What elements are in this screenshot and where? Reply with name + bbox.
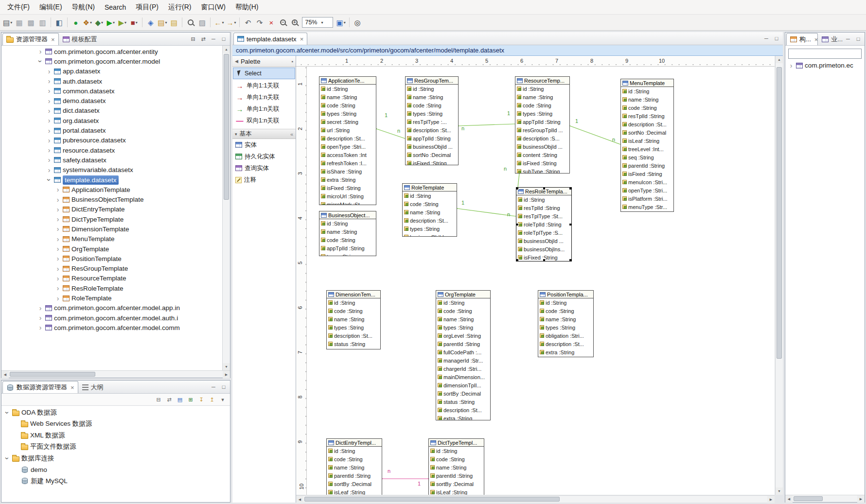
tree-item[interactable]: ›DictTypeTemplate (1, 214, 222, 224)
tree-item[interactable]: ›BusinessObjectTemplate (1, 194, 222, 204)
tree-item-xml-datasources[interactable]: ›XML 数据源 (1, 430, 222, 441)
tree-item[interactable]: ›com.primeton.gocom.afcenter.entity (1, 47, 222, 56)
expand-chevron-icon[interactable]: › (46, 156, 52, 163)
selection-handle[interactable] (569, 223, 572, 226)
expand-chevron-icon[interactable]: › (46, 87, 52, 94)
tree-item[interactable]: ›resource.datasetx (1, 145, 222, 155)
entity-field[interactable]: sortNo :Decimal (621, 128, 673, 137)
ds-collapse-all-button[interactable]: ⊟ (154, 395, 163, 404)
entity-field[interactable]: businessObjId ... (406, 142, 458, 151)
scroll-right-button[interactable]: ▶ (223, 371, 230, 378)
entity-field[interactable]: code :String (327, 455, 382, 463)
selection-handle[interactable] (516, 223, 519, 226)
entity-field[interactable]: businessObjId ... (515, 142, 569, 151)
tree-item[interactable]: ›ResGroupTemplate (1, 264, 222, 274)
editor-maximize-button[interactable]: □ (772, 34, 781, 43)
tab-business[interactable]: 业... (818, 33, 844, 45)
tree-item[interactable]: ›MenuTemplate (1, 234, 222, 244)
right-horizontal-scrollbar[interactable]: ◀ ▶ (785, 495, 865, 502)
entity-field[interactable]: code :String (406, 101, 458, 109)
entity-field[interactable]: isFixed :String (406, 159, 458, 165)
entity-field[interactable]: id :String (403, 191, 457, 200)
entity-field[interactable]: types :String (327, 323, 380, 331)
new-service-button[interactable]: ● (70, 17, 81, 28)
entity-field[interactable]: id :String (327, 447, 382, 455)
entity-field[interactable]: obligation :Stri... (538, 331, 593, 340)
palette-tool-0[interactable]: 实体 (232, 139, 296, 151)
entity-field[interactable]: types :String (319, 109, 376, 118)
entity-field[interactable]: resTplId :String (516, 204, 571, 212)
entity-field[interactable]: content :String (515, 151, 569, 159)
forward-button[interactable]: →▾ (225, 17, 237, 28)
entity-field[interactable]: appTplId :String (406, 134, 458, 142)
selection-handle[interactable] (543, 187, 546, 190)
console-button[interactable]: ◧ (53, 17, 65, 28)
tree-item[interactable]: ›RoleTemplate (1, 293, 222, 303)
ds-view-menu-button[interactable]: ▾ (218, 395, 227, 404)
menu-run[interactable]: 运行(R) (164, 1, 195, 14)
entity-field[interactable]: accessToken :Int (319, 151, 376, 159)
annotations-button[interactable]: ▨ (196, 17, 208, 28)
entity-field[interactable]: parentId :String (621, 161, 673, 170)
entity-field[interactable]: isFixed :String (621, 170, 673, 178)
tree-item[interactable]: ›com.primeton.gocom.afcenter.model.auth.… (1, 313, 222, 323)
scroll-track[interactable] (776, 63, 783, 487)
tab-datasource-explorer[interactable]: 数据源资源管理器 × (2, 381, 78, 393)
entity-field[interactable]: isFixed :String (515, 159, 569, 167)
entity-ResGroupTemplate[interactable]: ResGroupTem...id :Stringname :Stringcode… (405, 76, 459, 165)
tree-item-oda-datasources[interactable]: ›ODA 数据源 (1, 407, 222, 418)
entity-field[interactable]: status :String (436, 398, 490, 406)
entity-field[interactable]: code :String (515, 101, 569, 109)
entity-ApplicationTemplate[interactable]: ApplicationTe...id :Stringname :Stringco… (319, 76, 376, 205)
zoom-out-button[interactable]: − (277, 17, 288, 28)
entity-field[interactable]: name :String (538, 315, 593, 323)
tree-item[interactable]: ›PositionTemplate (1, 254, 222, 263)
debug-button[interactable]: ◆▾ (93, 17, 105, 28)
selection-handle[interactable] (516, 187, 519, 190)
save-button[interactable]: ▦ (14, 17, 25, 28)
palette-connection-tool-1[interactable]: →单向1:n关联 (232, 91, 296, 103)
entity-field[interactable]: name :String (327, 463, 382, 471)
menu-help[interactable]: 帮助(H) (231, 1, 263, 14)
tree-item[interactable]: ›com.primeton.gocom.afcenter.model.comm (1, 323, 222, 332)
entity-field[interactable]: code :String (327, 307, 380, 315)
entity-field[interactable]: types :String (515, 109, 569, 118)
tree-item[interactable]: ›auth.datasetx (1, 76, 222, 86)
selection-handle[interactable] (569, 187, 572, 190)
expand-chevron-icon[interactable]: › (37, 314, 43, 321)
entity-field[interactable]: roleTplId :String (516, 220, 571, 228)
component-button[interactable]: ❖▾ (82, 17, 93, 28)
ds-new-connection-button[interactable]: ⊞ (186, 395, 195, 404)
expand-chevron-icon[interactable]: › (55, 255, 61, 262)
explorer-minimize-button[interactable]: ─ (209, 35, 218, 43)
entity-field[interactable]: chargerId :Stri... (436, 365, 490, 373)
expand-chevron-icon[interactable]: › (4, 455, 11, 461)
entity-field[interactable]: name :String (436, 315, 490, 323)
tree-item[interactable]: ›systemvariable.datasetx (1, 165, 222, 175)
entity-MenuTemplate[interactable]: MenuTemplateid :Stringname :Stringcode :… (620, 79, 674, 212)
entity-field[interactable]: id :String (538, 298, 593, 307)
entity-field[interactable]: types :String (319, 252, 376, 256)
entity-field[interactable]: sortBy :Decimal (429, 480, 484, 488)
entity-field[interactable]: businessObjId ... (516, 237, 571, 245)
right-minimize-button[interactable]: ─ (844, 35, 852, 43)
entity-field[interactable]: openType :Stri... (621, 186, 673, 194)
expand-chevron-icon[interactable]: › (46, 107, 52, 114)
scroll-left-button[interactable]: ◀ (785, 495, 793, 503)
undo-button[interactable]: ↶ (242, 17, 253, 28)
expand-chevron-icon[interactable]: › (4, 410, 11, 416)
scroll-left-button[interactable]: ◀ (1, 371, 9, 378)
tab-template-datasetx[interactable]: template.datasetx × (233, 33, 307, 45)
tab-outline[interactable]: 大纲 (78, 381, 107, 393)
tree-item-flat-file-datasources[interactable]: ›平面文件数据源 (1, 441, 222, 453)
tree-item[interactable]: ›dict.datasetx (1, 106, 222, 116)
explorer-link-editor-button[interactable]: ⇄ (199, 35, 208, 43)
relationship-resource-resgroup[interactable] (459, 124, 515, 126)
entity-field[interactable]: businessObjId (403, 233, 457, 237)
tree-item[interactable]: ›DictEntryTemplate (1, 205, 222, 214)
delete-button[interactable]: × (265, 17, 277, 28)
data-source-explorer-button[interactable]: ▤▾ (157, 17, 168, 28)
tree-item[interactable]: ›ResRoleTemplate (1, 283, 222, 293)
run-button[interactable]: ▶▾ (105, 17, 116, 28)
tree-item-web-services-datasources[interactable]: ›Web Services 数据源 (1, 418, 222, 430)
